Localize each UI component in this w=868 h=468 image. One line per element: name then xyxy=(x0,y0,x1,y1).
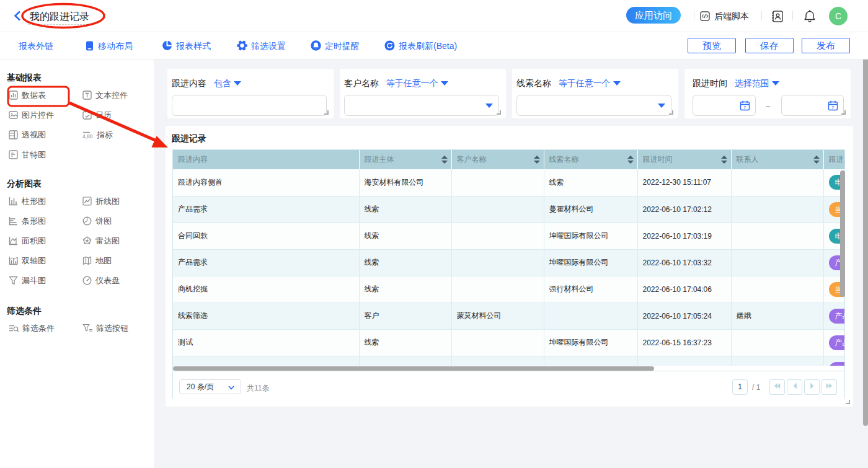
svg-text:7: 7 xyxy=(831,105,834,110)
svg-text:7: 7 xyxy=(743,105,746,110)
svg-text:4,80: 4,80 xyxy=(82,133,93,139)
